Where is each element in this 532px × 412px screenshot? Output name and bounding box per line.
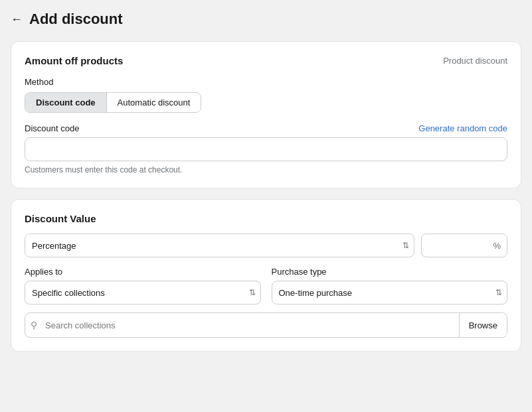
- page-title: Add discount: [29, 11, 123, 28]
- product-discount-badge: Product discount: [443, 56, 507, 66]
- discount-code-input[interactable]: [25, 137, 507, 161]
- method-card-header: Amount off products Product discount: [25, 55, 507, 66]
- discount-code-field-row: Discount code Generate random code: [25, 123, 507, 133]
- value-type-select[interactable]: Percentage Fixed amount: [25, 234, 414, 257]
- purchase-type-select-wrapper: One-time purchase Subscription Both ⇅: [272, 281, 508, 305]
- search-icon: ⚲: [25, 320, 43, 330]
- browse-button[interactable]: Browse: [459, 313, 507, 337]
- applies-to-label: Applies to: [25, 267, 261, 277]
- amount-off-products-title: Amount off products: [25, 55, 123, 66]
- generate-random-code-link[interactable]: Generate random code: [418, 123, 507, 133]
- page-header: ← Add discount: [11, 11, 521, 28]
- tab-automatic-discount[interactable]: Automatic discount: [107, 93, 201, 112]
- percent-symbol: %: [493, 241, 501, 251]
- search-collections-wrapper: ⚲ Browse: [25, 312, 507, 338]
- discount-value-title: Discount Value: [25, 213, 507, 224]
- applies-to-section: Applies to Specific collections All prod…: [25, 267, 507, 305]
- value-type-select-wrapper: Percentage Fixed amount ⇅: [25, 234, 414, 257]
- applies-to-select[interactable]: Specific collections All products Specif…: [25, 281, 261, 305]
- discount-code-hint: Customers must enter this code at checko…: [25, 165, 507, 174]
- method-toggle-group: Discount code Automatic discount: [25, 92, 201, 113]
- percent-input-wrapper: %: [421, 234, 507, 257]
- tab-discount-code[interactable]: Discount code: [25, 93, 107, 112]
- back-icon: ←: [11, 13, 23, 27]
- purchase-type-label: Purchase type: [272, 267, 508, 277]
- applies-to-group: Applies to Specific collections All prod…: [25, 267, 261, 305]
- method-card: Amount off products Product discount Met…: [11, 41, 521, 188]
- value-type-row: Percentage Fixed amount ⇅ %: [25, 234, 507, 257]
- search-collections-row: ⚲ Browse: [25, 312, 507, 338]
- method-label: Method: [25, 77, 507, 87]
- back-button[interactable]: ←: [11, 13, 23, 27]
- discount-code-label: Discount code: [25, 123, 79, 133]
- purchase-type-group: Purchase type One-time purchase Subscrip…: [272, 267, 508, 305]
- applies-to-select-wrapper: Specific collections All products Specif…: [25, 281, 261, 305]
- search-collections-input[interactable]: [43, 313, 459, 337]
- purchase-type-select[interactable]: One-time purchase Subscription Both: [272, 281, 508, 305]
- discount-value-card: Discount Value Percentage Fixed amount ⇅…: [11, 199, 521, 352]
